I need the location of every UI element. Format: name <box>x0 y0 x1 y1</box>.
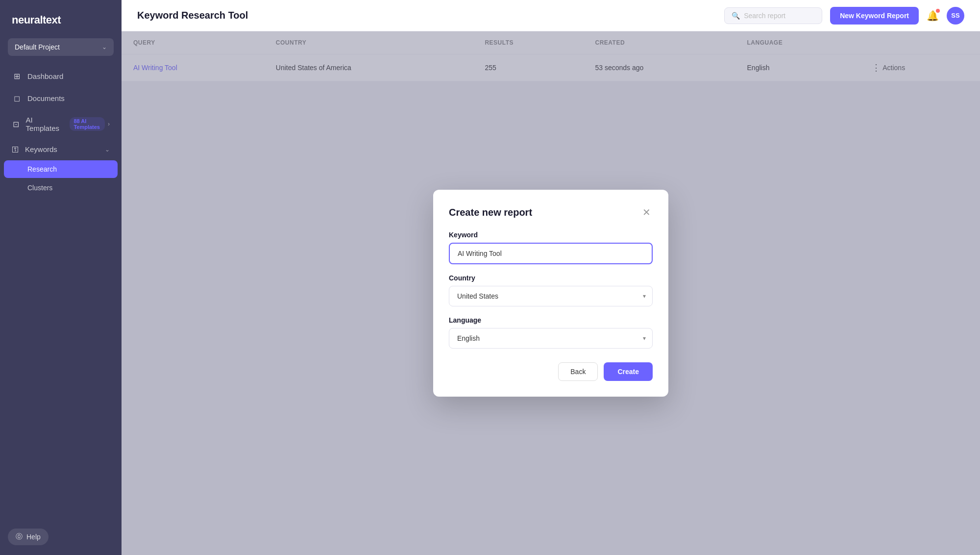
modal-title: Create new report <box>449 207 532 218</box>
sidebar-sub-label: Clusters <box>27 184 52 192</box>
chevron-down-icon: ⌄ <box>102 44 107 50</box>
keyword-label: Keyword <box>449 231 653 239</box>
main-content: Keyword Research Tool 🔍 Search report Ne… <box>122 0 980 555</box>
create-button[interactable]: Create <box>604 362 653 381</box>
header-actions: 🔍 Search report New Keyword Report 🔔 SS <box>724 7 964 25</box>
ai-templates-badge: 88 AI Templates <box>70 117 105 131</box>
header: Keyword Research Tool 🔍 Search report Ne… <box>122 0 980 31</box>
country-select-wrapper: United States United Kingdom Canada Aust… <box>449 286 653 306</box>
dashboard-icon: ⊞ <box>12 72 22 81</box>
sidebar: neuraltext Default Project ⌄ ⊞ Dashboard… <box>0 0 122 555</box>
modal-header: Create new report ✕ <box>449 205 653 219</box>
sidebar-item-label: AI Templates <box>26 116 61 132</box>
template-icon: ⊡ <box>12 120 20 129</box>
help-label: Help <box>26 533 41 541</box>
close-button[interactable]: ✕ <box>640 205 653 219</box>
country-field-group: Country United States United Kingdom Can… <box>449 274 653 306</box>
sidebar-item-clusters[interactable]: Clusters <box>4 179 118 197</box>
project-name: Default Project <box>15 43 60 51</box>
sidebar-item-label: Documents <box>27 94 65 102</box>
modal-overlay: Create new report ✕ Keyword Country Unit… <box>122 31 980 555</box>
sidebar-sub-label: Research <box>27 165 57 173</box>
chevron-right-icon: › <box>108 121 110 127</box>
document-icon: ◻ <box>12 94 22 103</box>
language-label: Language <box>449 316 653 324</box>
keyword-input[interactable] <box>449 243 653 264</box>
key-icon: ⚿ <box>12 145 19 153</box>
sidebar-item-research[interactable]: Research <box>4 160 118 178</box>
notification-badge <box>936 9 940 13</box>
back-button[interactable]: Back <box>558 362 598 381</box>
keyword-field-group: Keyword <box>449 231 653 264</box>
search-icon: 🔍 <box>732 12 740 20</box>
language-field-group: Language English Spanish French German ▾ <box>449 316 653 349</box>
help-button[interactable]: ⓪ Help <box>8 529 49 545</box>
sidebar-help: ⓪ Help <box>0 519 122 555</box>
country-select[interactable]: United States United Kingdom Canada Aust… <box>449 286 653 306</box>
sidebar-item-keywords[interactable]: ⚿ Keywords ⌄ <box>4 139 118 159</box>
search-placeholder: Search report <box>744 12 785 20</box>
brand-logo: neuraltext <box>0 0 122 38</box>
notification-button[interactable]: 🔔 <box>927 10 939 22</box>
sidebar-item-dashboard[interactable]: ⊞ Dashboard <box>4 66 118 87</box>
sidebar-item-ai-templates[interactable]: ⊡ AI Templates 88 AI Templates › <box>4 110 118 138</box>
page-title: Keyword Research Tool <box>137 10 248 21</box>
modal-footer: Back Create <box>449 362 653 381</box>
new-keyword-report-button[interactable]: New Keyword Report <box>830 7 919 25</box>
sidebar-nav: ⊞ Dashboard ◻ Documents ⊡ AI Templates 8… <box>0 66 122 519</box>
question-circle-icon: ⓪ <box>16 532 23 541</box>
create-report-modal: Create new report ✕ Keyword Country Unit… <box>433 190 668 397</box>
avatar[interactable]: SS <box>947 7 964 25</box>
sidebar-item-label: Dashboard <box>27 72 63 80</box>
chevron-down-icon: ⌄ <box>105 146 110 153</box>
sidebar-item-documents[interactable]: ◻ Documents <box>4 88 118 109</box>
language-select[interactable]: English Spanish French German <box>449 328 653 349</box>
sidebar-item-label: Keywords <box>25 145 57 153</box>
country-label: Country <box>449 274 653 282</box>
project-selector[interactable]: Default Project ⌄ <box>8 38 114 56</box>
content-area: Query Country Results Created Language A… <box>122 31 980 555</box>
language-select-wrapper: English Spanish French German ▾ <box>449 328 653 349</box>
search-box[interactable]: 🔍 Search report <box>724 7 822 24</box>
